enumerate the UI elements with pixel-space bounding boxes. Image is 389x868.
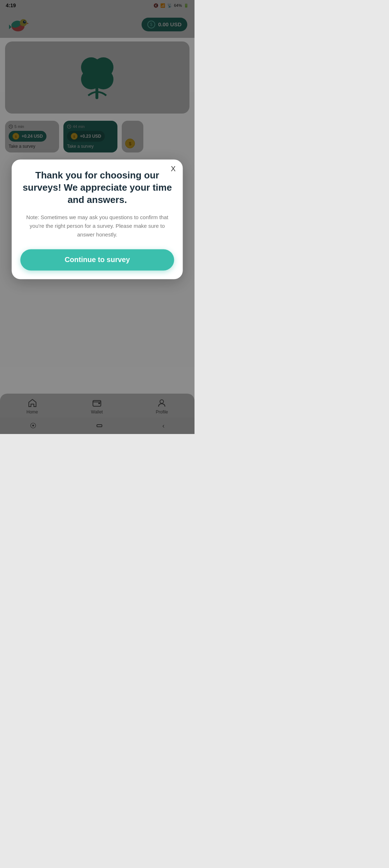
modal-title: Thank you for choosing our surveys! We a… [20,169,174,206]
modal-dialog: X Thank you for choosing our surveys! We… [12,159,183,279]
modal-close-button[interactable]: X [171,165,175,172]
continue-to-survey-button[interactable]: Continue to survey [20,249,174,271]
modal-note: Note: Sometimes we may ask you questions… [20,213,174,239]
